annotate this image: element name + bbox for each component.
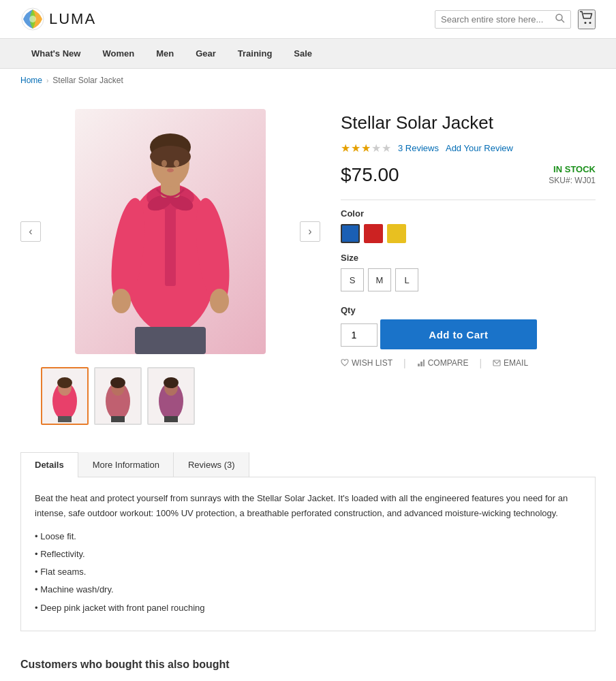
thumbnail-3[interactable] bbox=[147, 367, 195, 425]
nav-whats-new[interactable]: What's New bbox=[20, 39, 91, 68]
color-label: Color bbox=[341, 208, 596, 219]
size-s[interactable]: S bbox=[341, 268, 364, 291]
main-image-container: ‹ bbox=[20, 106, 320, 358]
main-product-image bbox=[75, 109, 266, 354]
email-icon bbox=[493, 359, 501, 367]
color-swatch-red[interactable] bbox=[364, 224, 383, 243]
breadcrumb: Home › Stellar Solar Jacket bbox=[0, 69, 616, 92]
compare-link[interactable]: COMPARE bbox=[417, 358, 469, 368]
tab-details[interactable]: Details bbox=[20, 452, 78, 477]
svg-point-13 bbox=[112, 289, 131, 313]
search-box[interactable] bbox=[435, 10, 571, 29]
star-5: ★ bbox=[382, 142, 391, 155]
svg-rect-35 bbox=[418, 364, 420, 366]
svg-point-4 bbox=[585, 22, 587, 24]
svg-point-2 bbox=[556, 14, 562, 20]
svg-point-14 bbox=[210, 289, 229, 313]
nav-women[interactable]: Women bbox=[91, 39, 145, 68]
header-right bbox=[435, 10, 596, 29]
svg-line-3 bbox=[561, 20, 564, 22]
svg-point-5 bbox=[589, 22, 591, 24]
color-swatch-blue[interactable] bbox=[341, 224, 360, 243]
wish-list-link[interactable]: WISH LIST bbox=[341, 358, 392, 368]
svg-rect-30 bbox=[111, 416, 125, 422]
email-link[interactable]: EMAIL bbox=[493, 358, 528, 368]
product-image-svg bbox=[89, 109, 252, 354]
add-to-cart-button[interactable]: Add to Cart bbox=[380, 319, 537, 349]
star-rating: ★ ★ ★ ★ ★ bbox=[341, 142, 391, 155]
header: LUMA bbox=[0, 0, 616, 39]
product-section: ‹ bbox=[0, 92, 616, 439]
action-sep-1: | bbox=[403, 358, 406, 368]
tabs-section: Details More Information Reviews (3) Bea… bbox=[0, 439, 616, 645]
action-sep-2: | bbox=[479, 358, 482, 368]
product-images: ‹ bbox=[20, 106, 320, 425]
tab-more-info[interactable]: More Information bbox=[78, 452, 174, 477]
nav-sale[interactable]: Sale bbox=[283, 39, 323, 68]
size-m[interactable]: M bbox=[368, 268, 391, 291]
wish-list-label: WISH LIST bbox=[352, 358, 392, 368]
qty-label: Qty bbox=[341, 305, 596, 315]
divider-1 bbox=[341, 200, 596, 200]
breadcrumb-current: Stellar Solar Jacket bbox=[52, 76, 123, 85]
feature-1: Loose fit. bbox=[35, 528, 581, 545]
sku-label: SKU#: bbox=[549, 176, 572, 185]
breadcrumb-separator: › bbox=[46, 77, 48, 84]
size-l[interactable]: L bbox=[395, 268, 418, 291]
svg-rect-15 bbox=[135, 327, 206, 354]
search-button[interactable] bbox=[555, 14, 565, 25]
svg-point-29 bbox=[110, 377, 125, 388]
search-icon bbox=[555, 14, 565, 23]
tab-details-content: Beat the heat and protect yourself from … bbox=[20, 477, 596, 631]
related-section: Customers who bought this also bought Ad… bbox=[0, 645, 616, 681]
star-1: ★ bbox=[341, 142, 350, 155]
thumbnail-1[interactable] bbox=[41, 367, 89, 425]
sku-row: SKU#: WJ01 bbox=[549, 176, 596, 185]
thumbnail-2[interactable] bbox=[94, 367, 142, 425]
stock-info: IN STOCK SKU#: WJ01 bbox=[549, 164, 596, 185]
star-3: ★ bbox=[361, 142, 371, 155]
logo[interactable]: LUMA bbox=[20, 7, 96, 31]
svg-rect-37 bbox=[423, 360, 425, 366]
product-info: Stellar Solar Jacket ★ ★ ★ ★ ★ 3 Reviews… bbox=[341, 106, 596, 425]
sku-value: WJ01 bbox=[574, 176, 596, 185]
product-title: Stellar Solar Jacket bbox=[341, 112, 596, 133]
details-description: Beat the heat and protect yourself from … bbox=[35, 491, 581, 521]
nav-gear[interactable]: Gear bbox=[185, 39, 227, 68]
svg-point-19 bbox=[150, 146, 191, 168]
stock-status: IN STOCK bbox=[549, 164, 596, 174]
color-swatch-yellow[interactable] bbox=[387, 224, 406, 243]
feature-5: Deep pink jacket with front panel rouchi… bbox=[35, 599, 581, 617]
feature-3: Flat seams. bbox=[35, 563, 581, 581]
svg-point-25 bbox=[57, 377, 72, 388]
cart-icon bbox=[579, 11, 594, 25]
svg-point-22 bbox=[167, 168, 174, 172]
svg-point-21 bbox=[174, 160, 179, 167]
rating-row: ★ ★ ★ ★ ★ 3 Reviews Add Your Review bbox=[341, 142, 596, 155]
product-price: $75.00 bbox=[341, 164, 399, 186]
breadcrumb-home[interactable]: Home bbox=[20, 76, 42, 85]
logo-text: LUMA bbox=[49, 10, 96, 28]
size-label: Size bbox=[341, 253, 596, 263]
nav-men[interactable]: Men bbox=[145, 39, 185, 68]
price-row: $75.00 IN STOCK SKU#: WJ01 bbox=[341, 164, 596, 186]
prev-image-button[interactable]: ‹ bbox=[20, 221, 41, 242]
feature-4: Machine wash/dry. bbox=[35, 581, 581, 599]
qty-input[interactable] bbox=[341, 323, 378, 347]
logo-icon bbox=[20, 7, 45, 31]
compare-icon bbox=[417, 359, 425, 367]
star-4: ★ bbox=[371, 142, 381, 155]
cart-button[interactable] bbox=[578, 10, 596, 29]
reviews-link[interactable]: 3 Reviews bbox=[398, 143, 439, 153]
svg-point-1 bbox=[29, 16, 36, 22]
star-2: ★ bbox=[351, 142, 360, 155]
add-review-link[interactable]: Add Your Review bbox=[446, 143, 513, 153]
features-list: Loose fit. Reflectivity. Flat seams. Mac… bbox=[35, 528, 581, 616]
email-label: EMAIL bbox=[504, 358, 528, 368]
next-image-button[interactable]: › bbox=[300, 221, 320, 242]
search-input[interactable] bbox=[441, 14, 555, 25]
heart-icon bbox=[341, 359, 349, 367]
nav-training[interactable]: Training bbox=[227, 39, 283, 68]
main-nav: What's New Women Men Gear Training Sale bbox=[0, 39, 616, 69]
tab-reviews[interactable]: Reviews (3) bbox=[174, 452, 249, 477]
